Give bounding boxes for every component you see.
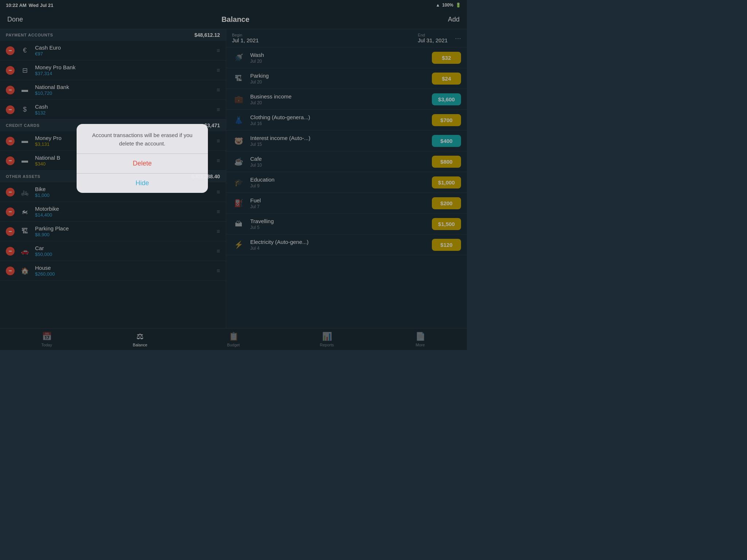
- transaction-date-cafe: Jul 10: [250, 163, 427, 168]
- minus-button-bike[interactable]: −: [6, 188, 15, 197]
- minus-button-car[interactable]: −: [6, 247, 15, 256]
- account-name-car: Car: [35, 245, 212, 251]
- done-button[interactable]: Done: [7, 16, 23, 23]
- drag-handle-money-pro-cc[interactable]: ≡: [217, 138, 220, 144]
- drag-handle-national-bank[interactable]: ≡: [217, 87, 220, 93]
- account-name-house: House: [35, 265, 212, 271]
- minus-button-cash[interactable]: −: [6, 105, 15, 114]
- section-total-payment: $48,612.12: [194, 32, 220, 38]
- account-row-national-bank: − ▬ National Bank $10,720 ≡: [0, 80, 226, 100]
- tab-reports[interactable]: 📊 Reports: [280, 332, 374, 347]
- account-info-parking: Parking Place $8,900: [35, 225, 212, 237]
- transaction-name-wash: Wash: [250, 52, 427, 58]
- transaction-info-cafe: Cafe Jul 10: [250, 156, 427, 168]
- add-button[interactable]: Add: [448, 16, 460, 23]
- car-icon: 🚗: [19, 245, 31, 257]
- transaction-row-interest[interactable]: 🐷 Interest income (Auto-...) Jul 15 $400: [226, 131, 467, 151]
- house-icon: 🏠: [19, 265, 31, 277]
- status-time-date: 10:22 AM Wed Jul 21: [6, 3, 53, 8]
- transaction-name-business: Business income: [250, 93, 427, 100]
- minus-button-national-bank[interactable]: −: [6, 86, 15, 94]
- transaction-name-interest: Interest income (Auto-...): [250, 135, 427, 141]
- right-panel: Begin Jul 1, 2021 End Jul 31, 2021 ··· 🚿…: [226, 29, 467, 328]
- travelling-icon: 🏔: [232, 217, 245, 230]
- drag-handle-parking[interactable]: ≡: [217, 228, 220, 235]
- transaction-name-clothing: Clothing (Auto-genera...): [250, 114, 427, 120]
- account-name-cash: Cash: [35, 104, 212, 110]
- tab-budget-label: Budget: [227, 343, 240, 347]
- transaction-row-cafe[interactable]: ☕ Cafe Jul 10 $800: [226, 151, 467, 172]
- account-balance-house: $260,000: [35, 271, 212, 277]
- section-header-payment: PAYMENT ACCOUNTS $48,612.12: [0, 29, 226, 41]
- transaction-date-wash: Jul 20: [250, 59, 427, 64]
- tab-balance-label: Balance: [133, 343, 147, 347]
- transaction-list: 🚿 Wash Jul 20 $32 🏗 Parking Jul 20 $24 💼: [226, 47, 467, 255]
- more-icon: 📄: [415, 332, 425, 341]
- drag-handle-bike[interactable]: ≡: [217, 189, 220, 195]
- begin-date-item[interactable]: Begin Jul 1, 2021: [232, 33, 259, 43]
- transaction-row-wash[interactable]: 🚿 Wash Jul 20 $32: [226, 47, 467, 68]
- minus-button-money-pro-bank[interactable]: −: [6, 66, 15, 75]
- begin-date: Jul 1, 2021: [232, 37, 259, 43]
- section-title-payment: PAYMENT ACCOUNTS: [6, 33, 53, 37]
- transaction-row-parking[interactable]: 🏗 Parking Jul 20 $24: [226, 68, 467, 89]
- delete-button[interactable]: Delete: [77, 153, 208, 173]
- drag-handle-house[interactable]: ≡: [217, 268, 220, 274]
- transaction-info-fuel: Fuel Jul 7: [250, 197, 427, 209]
- transaction-date-clothing: Jul 16: [250, 121, 427, 126]
- transaction-info-education: Education Jul 9: [250, 176, 427, 188]
- status-date: Wed Jul 21: [29, 3, 54, 8]
- minus-button-motorbike[interactable]: −: [6, 207, 15, 216]
- transaction-amount-fuel: $200: [432, 197, 461, 209]
- transaction-row-education[interactable]: 🎓 Education Jul 9 $1,000: [226, 172, 467, 193]
- battery-label: 100%: [442, 3, 453, 8]
- drag-handle-cash[interactable]: ≡: [217, 106, 220, 113]
- minus-button-money-pro-cc[interactable]: −: [6, 137, 15, 145]
- account-name-parking: Parking Place: [35, 225, 212, 232]
- transaction-row-travelling[interactable]: 🏔 Travelling Jul 5 $1,500: [226, 214, 467, 234]
- card-icon-national: ▬: [19, 84, 31, 96]
- transaction-date-fuel: Jul 7: [250, 204, 427, 209]
- parking-icon: 🏗: [19, 226, 31, 237]
- account-balance-car: $50,000: [35, 252, 212, 257]
- minus-button-parking[interactable]: −: [6, 227, 15, 236]
- tab-today[interactable]: 📅 Today: [0, 332, 93, 347]
- parking-tx-icon: 🏗: [232, 72, 245, 85]
- transaction-row-clothing[interactable]: 👗 Clothing (Auto-genera...) Jul 16 $700: [226, 110, 467, 131]
- transaction-info-clothing: Clothing (Auto-genera...) Jul 16: [250, 114, 427, 126]
- transaction-date-travelling: Jul 5: [250, 225, 427, 230]
- drag-handle-car[interactable]: ≡: [217, 248, 220, 254]
- account-row-car: − 🚗 Car $50,000 ≡: [0, 241, 226, 261]
- drag-handle-money-pro-bank[interactable]: ≡: [217, 67, 220, 74]
- tab-reports-label: Reports: [320, 343, 334, 347]
- transaction-amount-electricity: $120: [432, 239, 461, 251]
- balance-icon: ⚖: [136, 332, 144, 341]
- transaction-row-business[interactable]: 💼 Business income Jul 20 $3,600: [226, 89, 467, 110]
- account-name-cash-euro: Cash Euro: [35, 44, 212, 51]
- transaction-row-electricity[interactable]: ⚡ Electricity (Auto-gene...) Jul 4 $120: [226, 234, 467, 255]
- tab-balance[interactable]: ⚖ Balance: [93, 332, 187, 347]
- end-date-item[interactable]: End Jul 31, 2021: [418, 33, 448, 43]
- transaction-amount-business: $3,600: [432, 93, 461, 105]
- minus-button-cash-euro[interactable]: −: [6, 46, 15, 55]
- education-icon: 🎓: [232, 176, 245, 189]
- drag-handle-cash-euro[interactable]: ≡: [217, 47, 220, 54]
- wifi-icon: ▲: [436, 3, 440, 8]
- tab-budget[interactable]: 📋 Budget: [187, 332, 280, 347]
- drag-handle-motorbike[interactable]: ≡: [217, 209, 220, 215]
- transaction-row-fuel[interactable]: ⛽ Fuel Jul 7 $200: [226, 193, 467, 214]
- tab-more-label: More: [415, 343, 425, 347]
- account-balance-bike: $1,000: [35, 192, 212, 198]
- main-layout: PAYMENT ACCOUNTS $48,612.12 − € Cash Eur…: [0, 29, 467, 328]
- tab-more[interactable]: 📄 More: [374, 332, 467, 347]
- hide-button[interactable]: Hide: [77, 173, 208, 193]
- minus-button-national-cc[interactable]: −: [6, 156, 15, 165]
- account-info-house: House $260,000: [35, 265, 212, 277]
- minus-button-house[interactable]: −: [6, 267, 15, 275]
- battery-icon: 🔋: [456, 3, 461, 8]
- status-time: 10:22 AM: [6, 3, 27, 8]
- drag-handle-national-cc[interactable]: ≡: [217, 158, 220, 164]
- account-info-cash-euro: Cash Euro €97: [35, 44, 212, 57]
- transaction-date-electricity: Jul 4: [250, 246, 427, 251]
- more-options-button[interactable]: ···: [455, 34, 461, 42]
